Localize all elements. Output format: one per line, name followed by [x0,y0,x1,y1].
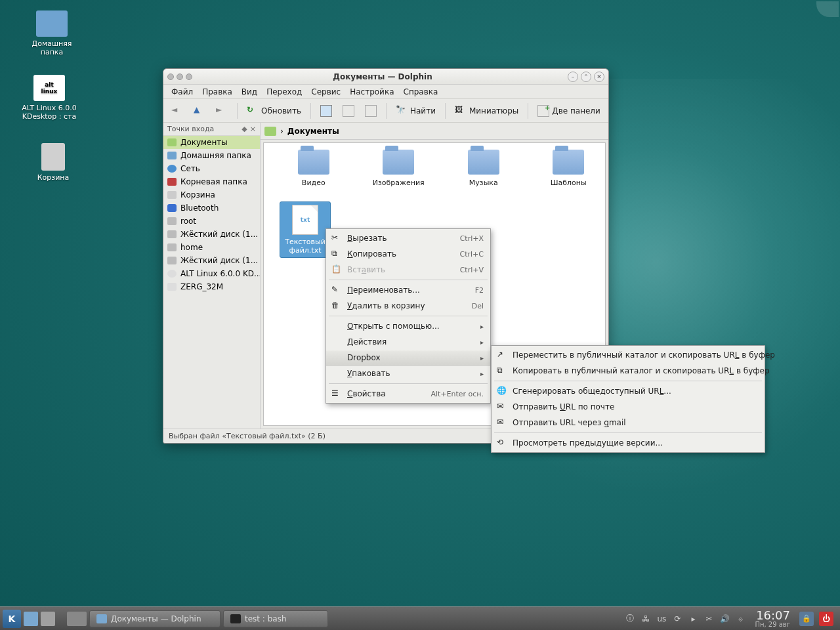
minimize-button[interactable]: – [568,72,578,82]
plasma-cashew-icon[interactable] [816,1,839,17]
folder-icon [383,150,414,175]
ctx-copy-public[interactable]: ⧉Копировать в публичный каталог и скопир… [492,363,765,379]
place-hdd2[interactable]: Жёсткий диск (1... [163,254,260,267]
ctx-shortcut: Ctrl+V [460,266,484,274]
place-bluetooth[interactable]: Bluetooth [163,201,260,215]
places-detach-icon[interactable]: ◆ [242,125,247,133]
titlebar-dot-icon [167,74,174,80]
ctx-gmail-url[interactable]: ✉Отправить URL через gmail [492,415,765,430]
ctx-properties[interactable]: ☰СвойстваAlt+Enter осн. [326,386,490,402]
refresh-button[interactable]: ↻ Обновить [243,103,305,119]
breadcrumb[interactable]: › Документы [261,123,608,140]
clipboard-icon[interactable]: ✂ [704,614,714,624]
volume-icon[interactable]: 🔊 [719,614,730,624]
maximize-button[interactable]: ⌃ [581,72,591,82]
thumbnails-button[interactable]: 🖼 Миниатюры [451,103,522,119]
place-root-disk[interactable]: root [163,215,260,228]
ctx-dropbox[interactable]: Dropbox▸ [326,350,490,366]
ctx-prev-versions[interactable]: ⟲Просмотреть предыдущие версии... [492,435,765,451]
ctx-label: Отправить URL по почте [513,402,758,411]
lock-button[interactable]: 🔒 [799,612,814,626]
up-button[interactable]: ▲ [190,103,209,119]
quicklaunch-desktop-icon[interactable] [41,612,55,626]
ctx-pack[interactable]: Упаковать▸ [326,366,490,381]
titlebar[interactable]: Документы — Dolphin – ⌃ ✕ [163,69,608,85]
keyboard-layout[interactable]: us [656,614,667,624]
quicklaunch-dolphin-icon[interactable] [24,612,38,626]
ctx-label: Сгенерировать общедоступный URL... [513,387,758,396]
desktop-icon-altlinux[interactable]: altlinux ALT Linux 6.0.0 KDesktop : ста [20,75,79,121]
clock-time: 16:07 [755,610,790,621]
place-usb[interactable]: ZERG_32M [163,280,260,293]
place-root[interactable]: Корневая папка [163,175,260,188]
info-icon[interactable]: ⓘ [625,614,635,624]
desktop-icon-trash[interactable]: Корзина [24,143,83,182]
context-submenu-dropbox: ↗Переместить в публичный каталог и скопи… [491,345,765,453]
ctx-copy[interactable]: ⧉КопироватьCtrl+C [326,246,490,262]
menu-settings[interactable]: Настройка [346,86,398,98]
place-network[interactable]: Сеть [163,162,260,175]
disk-icon [167,243,177,251]
menu-help[interactable]: Справка [400,86,442,98]
place-hdd1[interactable]: Жёсткий диск (1... [163,228,260,241]
ctx-gen-url[interactable]: 🌐Сгенерировать общедоступный URL... [492,383,765,399]
kickoff-button[interactable]: K [3,610,21,628]
place-home-disk[interactable]: home [163,241,260,254]
dropbox-tray-icon[interactable]: ⟳ [672,614,682,624]
place-home[interactable]: Домашняя папка [163,149,260,162]
ctx-move-public[interactable]: ↗Переместить в публичный каталог и скопи… [492,347,765,363]
list-icon [343,105,354,117]
view-icons-button[interactable] [316,103,336,119]
ctx-actions[interactable]: Действия▸ [326,334,490,350]
place-trash[interactable]: Корзина [163,188,260,201]
menu-view[interactable]: Вид [238,86,261,98]
place-documents[interactable]: Документы [163,136,260,149]
menu-file[interactable]: Файл [167,86,197,98]
view-columns-button[interactable] [361,103,381,119]
folder-music[interactable]: Музыка [451,150,516,187]
separator [386,103,387,119]
folder-templates[interactable]: Шаблоны [536,150,602,187]
expand-tray-icon[interactable]: ▸ [688,614,698,624]
ctx-shortcut: Ctrl+C [460,250,484,259]
menu-tools[interactable]: Сервис [307,86,345,98]
clock[interactable]: 16:07 Пн, 29 авг [751,610,794,628]
forward-button[interactable]: ► [212,103,232,119]
updates-icon[interactable]: ⟐ [735,614,746,624]
folder-images[interactable]: Изображения [366,150,432,187]
blank-icon [331,352,342,363]
split-button[interactable]: + Две панели [534,103,604,119]
context-menu: ✂ВырезатьCtrl+X ⧉КопироватьCtrl+C 📋Встав… [326,228,491,404]
window-title: Документы — Dolphin [198,72,568,81]
task-label: test : bash [245,614,287,623]
titlebar-dot-icon [186,74,192,80]
task-dolphin[interactable]: Документы — Dolphin [89,610,220,627]
ctx-rename[interactable]: ✎Переименовать...F2 [326,282,490,298]
ctx-mail-url[interactable]: ✉Отправить URL по почте [492,399,765,415]
menu-edit[interactable]: Правка [198,86,236,98]
view-details-button[interactable] [339,103,358,119]
separator [329,316,488,316]
place-cdrom[interactable]: ALT Linux 6.0.0 KD... [163,267,260,280]
close-button[interactable]: ✕ [594,72,604,82]
ctx-openwith[interactable]: Открыть с помощью...▸ [326,318,490,334]
ctx-cut[interactable]: ✂ВырезатьCtrl+X [326,230,490,246]
disk-icon [167,257,177,264]
network-icon[interactable]: 🖧 [640,614,651,624]
menu-go[interactable]: Переход [262,86,306,98]
file-selected-txt[interactable]: txt Текстовый файл.txt [280,201,331,258]
task-terminal[interactable]: test : bash [223,610,328,627]
find-button[interactable]: 🔭 Найти [392,103,440,119]
dolphin-icon [96,614,107,623]
back-button[interactable]: ◄ [167,103,187,119]
folder-icon [468,150,499,175]
place-label: Корневая папка [180,177,247,186]
arrow-left-icon: ◄ [171,105,183,117]
folder-video[interactable]: Видео [281,150,346,187]
desktop-icon-home[interactable]: Домашняя папка [22,10,81,56]
shutdown-button[interactable]: ⏻ [819,612,833,626]
ctx-delete[interactable]: 🗑Удалить в корзинуDel [326,298,490,314]
places-close-icon[interactable]: × [250,125,256,133]
pager-icon[interactable] [67,612,87,626]
system-tray: ⓘ 🖧 us ⟳ ▸ ✂ 🔊 ⟐ 16:07 Пн, 29 авг 🔒 ⏻ [625,610,837,628]
